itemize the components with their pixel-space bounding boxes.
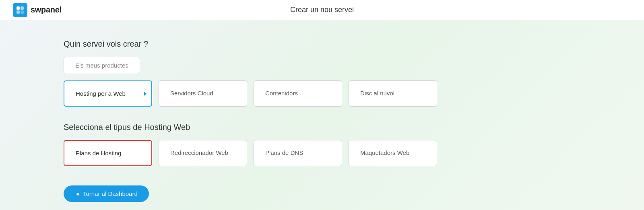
- service-card-cloud[interactable]: Servidors Cloud: [159, 80, 247, 107]
- svg-rect-1: [21, 6, 24, 10]
- logo-area: swpanel: [13, 3, 62, 17]
- hosting-card-maquetadors[interactable]: Maquetadors Web: [349, 140, 437, 166]
- service-card-hosting[interactable]: Hosting per a Web: [64, 80, 152, 107]
- service-cards-row: Hosting per a Web Servidors Cloud Conten…: [64, 80, 483, 107]
- page-title: Crear un nou servei: [290, 6, 354, 14]
- hosting-section-label: Selecciona el tipus de Hosting Web: [64, 123, 483, 132]
- service-card-containers[interactable]: Contenidors: [254, 80, 342, 107]
- hosting-card-dns[interactable]: Plans de DNS: [254, 140, 342, 166]
- my-products-button[interactable]: Els meus productes: [64, 57, 140, 74]
- hosting-cards-row: Plans de Hosting Redireccionador Web Pla…: [64, 140, 483, 166]
- service-card-disc[interactable]: Disc al núvol: [349, 80, 437, 107]
- svg-rect-2: [17, 10, 20, 14]
- hosting-card-redirect[interactable]: Redireccionador Web: [159, 140, 247, 166]
- app-header: swpanel Crear un nou servei: [0, 0, 644, 20]
- logo-icon: [13, 3, 27, 17]
- back-button[interactable]: Tornar al Dashboard: [64, 185, 149, 202]
- svg-rect-0: [17, 6, 20, 10]
- service-section-label: Quin servei vols crear ?: [64, 39, 483, 49]
- hosting-card-plans[interactable]: Plans de Hosting: [64, 140, 152, 166]
- svg-rect-3: [21, 10, 24, 14]
- logo-text: swpanel: [31, 5, 62, 14]
- main-content: Quin servei vols crear ? Els meus produc…: [0, 20, 483, 202]
